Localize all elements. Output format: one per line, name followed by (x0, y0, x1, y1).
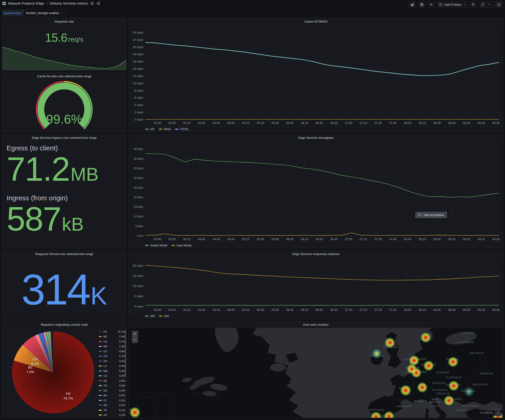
svg-text:04:30: 04:30 (198, 308, 205, 312)
svg-text:08:45: 08:45 (448, 308, 455, 312)
svg-text:09:00: 09:00 (463, 121, 470, 125)
apps-grid-icon[interactable] (2, 2, 6, 5)
heatmap-point (417, 382, 427, 392)
pie-shading (12, 331, 94, 414)
svg-text:05:45: 05:45 (271, 238, 279, 241)
refresh-button[interactable] (479, 1, 486, 8)
zoom-out-time-button[interactable] (470, 1, 477, 8)
panel-end-users-map: End users location (128, 321, 503, 418)
dashboard-variables: Bucket name bucket_storage-snakou (2, 10, 66, 16)
svg-text:22 req/s: 22 req/s (133, 38, 143, 42)
pie-legend-item[interactable]: FR79.7% (99, 329, 125, 334)
panel-title[interactable]: Edge Services Egress over selected time … (2, 134, 126, 141)
legend-item[interactable]: 200 (145, 314, 155, 318)
pie-legend-item[interactable]: MA1.3% (99, 344, 125, 349)
legend-item[interactable]: MISS (159, 128, 171, 131)
statuses-chart[interactable]: 03:4504:0004:1504:3004:4505:0005:1505:30… (131, 257, 501, 313)
svg-text:20 req/s: 20 req/s (133, 264, 143, 267)
legend-scrollbar[interactable] (125, 330, 126, 376)
heatmap-point (424, 361, 434, 371)
bucket-name-value: bucket_storage-snakou (26, 11, 59, 15)
heatmap-point (130, 407, 140, 418)
svg-text:06:15: 06:15 (301, 308, 308, 312)
pie-legend-item[interactable]: TN0.3% (99, 383, 125, 388)
heatmap-point (384, 411, 394, 418)
svg-text:4 req/s: 4 req/s (134, 103, 143, 107)
svg-text:05:00: 05:00 (227, 238, 235, 241)
panel-title[interactable]: Requests rate (2, 18, 126, 25)
panel-title[interactable]: End users location (129, 321, 503, 328)
svg-text:14 req/s: 14 req/s (133, 67, 143, 70)
panel-requests-served: Requests Served over selected time range… (2, 250, 127, 319)
panel-requests-rate: Requests rate 15.6 req/s (2, 18, 127, 71)
legend-item[interactable]: 304 (159, 314, 169, 318)
panel-title[interactable]: Cache hit ratio over selected time range (2, 73, 126, 80)
svg-text:07:00: 07:00 (345, 308, 353, 312)
tv-mode-button[interactable] (495, 1, 503, 8)
svg-text:03:45: 03:45 (154, 308, 161, 312)
pie-legend-item[interactable]: PL0.2% (99, 398, 125, 403)
pie-legend-item[interactable]: DE0.3% (99, 388, 125, 393)
pie-legend-item[interactable]: TR0.1% (99, 408, 125, 413)
svg-text:0 req/s: 0 req/s (134, 118, 143, 121)
pie-legend-item[interactable]: DZ0.8% (99, 349, 125, 354)
svg-text:05:45: 05:45 (271, 308, 279, 312)
pie-legend-item[interactable]: MQ0.4% (99, 369, 125, 374)
comment-bubble-icon (418, 213, 422, 217)
svg-text:04:15: 04:15 (183, 308, 191, 312)
svg-text:03:45: 03:45 (154, 238, 161, 241)
heatmap-point (448, 357, 458, 367)
panel-title[interactable]: Cache HIT/MISS (129, 18, 503, 25)
pie-legend-item[interactable]: AU0.1% (99, 413, 125, 418)
breadcrumb-separator: / (46, 1, 47, 5)
legend-item[interactable]: HIT (145, 128, 155, 131)
geomap-canvas[interactable]: TESUNITEDKINGDOMIRELANDLATVIALITHUANIABE… (129, 328, 503, 418)
share-icon[interactable] (96, 2, 100, 5)
legend-item[interactable]: TOTAL (175, 128, 189, 131)
heatmap-point (411, 368, 421, 378)
pie-legend-item[interactable]: US0.3% (99, 374, 125, 378)
pie-legend-item[interactable]: LU0.4% (99, 364, 125, 369)
panel-title[interactable]: Edge Services responses statuses (129, 251, 503, 257)
legend-item[interactable]: Input bitrate (172, 244, 192, 247)
add-panel-button[interactable] (409, 1, 416, 8)
svg-text:07:30: 07:30 (374, 308, 382, 312)
map-attribution-toggle[interactable]: › (495, 410, 501, 416)
map-zoom-out-button[interactable]: − (132, 337, 138, 343)
star-icon[interactable] (90, 1, 94, 5)
pie-legend-item[interactable]: BA0.2% (99, 393, 125, 398)
pie-legend-item[interactable]: BE7.0% (99, 334, 125, 339)
breadcrumb-dashboard-title[interactable]: Delivery Services metrics (50, 1, 88, 5)
panel-title[interactable]: Requests Served over selected time range (2, 251, 126, 257)
pie-legend-item[interactable]: RE0.3% (99, 378, 125, 383)
panel-title[interactable]: Edge Services throughput (129, 134, 503, 141)
legend-item[interactable]: Output bitrate (145, 244, 168, 247)
dashboard-settings-button[interactable] (428, 1, 435, 8)
svg-text:08:30: 08:30 (433, 308, 441, 312)
panel-title[interactable]: Request's originating country code (2, 321, 126, 328)
svg-text:06:00: 06:00 (286, 308, 294, 312)
requests-rate-sparkline[interactable] (2, 25, 126, 70)
map-zoom-in-button[interactable]: + (132, 331, 138, 337)
add-annotation-tooltip[interactable]: Add annotation (415, 212, 447, 218)
throughput-chart[interactable]: 03:4504:0004:1504:3004:4505:0005:1505:30… (131, 141, 501, 242)
time-range-picker[interactable]: Last 6 hours (437, 1, 468, 8)
pie-legend-item[interactable]: CH0.7% (99, 354, 125, 359)
save-dashboard-button[interactable] (418, 1, 425, 8)
svg-text:06:30: 06:30 (316, 238, 323, 241)
refresh-interval-dropdown[interactable] (486, 1, 493, 8)
svg-text:05:30: 05:30 (257, 238, 264, 241)
breadcrumb-folder[interactable]: Network Products Edge (8, 1, 44, 5)
bucket-name-dropdown[interactable]: bucket_storage-snakou (24, 10, 66, 16)
map-attribution[interactable]: © CARTO (478, 410, 495, 416)
pie-legend-item[interactable]: GP0.6% (99, 359, 125, 364)
country-pie-chart[interactable]: FR79.7%BE7.0%CA6.1% (12, 331, 94, 414)
cache-hit-miss-chart[interactable]: 03:4504:0004:1504:3004:4505:0005:1505:30… (131, 25, 501, 125)
map-zoom-controls: + − (132, 331, 138, 343)
pie-legend-item[interactable]: SN0.2% (99, 403, 125, 408)
ingress-value: 587 (6, 200, 61, 238)
svg-text:10 req/s: 10 req/s (133, 81, 143, 85)
svg-text:08:15: 08:15 (419, 121, 426, 125)
svg-text:06:15: 06:15 (301, 121, 308, 125)
pie-legend-item[interactable]: CA6.1% (99, 339, 125, 344)
